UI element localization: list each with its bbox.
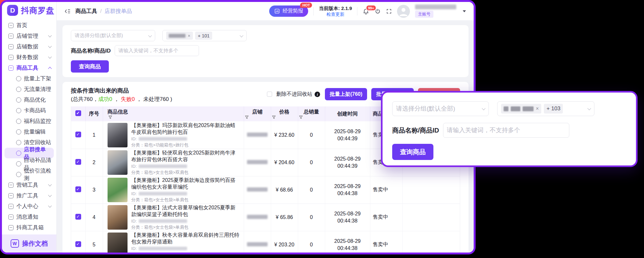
- toolbox-icon: [8, 225, 14, 230]
- popup-keyword-input[interactable]: [443, 123, 569, 138]
- shop-tag-redacted: [169, 34, 185, 38]
- success-count: 成功0: [98, 96, 112, 102]
- breadcrumb-section[interactable]: 商品工具: [75, 7, 97, 15]
- account-block[interactable]: 主账号: [415, 5, 456, 18]
- skip-recycle-checkbox[interactable]: [267, 92, 272, 97]
- collapse-sidebar-icon[interactable]: [64, 8, 71, 15]
- power-icon[interactable]: [374, 8, 381, 15]
- batch-edit-icon: [16, 129, 21, 134]
- sidebar-subitem[interactable]: 低价引流检测: [2, 169, 56, 180]
- desktop-background: 抖商罗盘 首页 店铺管理 店铺数据 财务数据 商品工具 批量上下架 无流量清理 …: [0, 0, 644, 258]
- breadcrumb-page: 店群搜单品: [105, 7, 132, 15]
- col-shop: 店铺: [244, 106, 271, 121]
- shop-multi-select[interactable]: + 101: [162, 30, 247, 41]
- row-index: 4: [85, 203, 103, 231]
- row-checkbox[interactable]: [75, 159, 81, 165]
- created-time: 2025-08-2900:44:38: [325, 203, 370, 231]
- app-logo[interactable]: 抖商罗盘: [2, 2, 56, 19]
- sidebar-item[interactable]: 推广工具: [2, 190, 56, 201]
- shop-name-redacted: [247, 242, 268, 246]
- sidebar-item[interactable]: 财务数据: [2, 52, 56, 63]
- select-all-checkbox[interactable]: [75, 110, 81, 116]
- created-time: 2025-08-2900:44:38: [325, 176, 370, 203]
- keyword-input[interactable]: [115, 45, 199, 56]
- product-title[interactable]: 【奥莱撤柜】玛莎新款双肩包2025年新款油蜡牛皮双肩包简约旅行包百: [131, 122, 241, 135]
- sidebar-item[interactable]: 首页: [2, 20, 56, 31]
- product-title[interactable]: 【奥莱撤柜】轻便双肩包女2025新款时尚牛津布旅行背包休闲百搭大容: [131, 149, 241, 163]
- search-popup: 请选择分组(默认全部) + 103 商品名称/商品ID 查询商品: [381, 91, 638, 167]
- check-update-link[interactable]: 检查更新: [319, 11, 352, 17]
- product-title[interactable]: 【奥莱撤柜】法式大容量草编包女2025夏季新款编织菜篮子通勤托特包: [131, 204, 241, 218]
- filter-panel: 请选择分组(默认全部) + 101 商: [62, 25, 469, 77]
- sidebar-subitem[interactable]: 无流量清理: [2, 84, 56, 94]
- product-id-label: ID:: [131, 136, 137, 141]
- info-icon[interactable]: [315, 92, 320, 97]
- batch-shelf-icon: [16, 76, 21, 81]
- popup-group-select[interactable]: 请选择分组(默认全部): [392, 101, 489, 116]
- sidebar-subitem[interactable]: 批量上下架: [2, 73, 56, 84]
- product-title[interactable]: 【奥莱撤柜】秋冬大容量单肩双肩斜挎三用托特包女雅丹穿搭通勤: [131, 232, 241, 245]
- product-image: [108, 233, 128, 253]
- sidebar-subitem[interactable]: 批量编辑: [2, 126, 56, 137]
- chevron-down-icon: [240, 34, 243, 37]
- breadcrumb: 商品工具 / 店群搜单品: [75, 7, 132, 15]
- shop-name-redacted: [247, 160, 268, 164]
- shop-name-redacted: [247, 187, 268, 192]
- table-row: 5 【奥莱撤柜】秋冬大容量单肩双肩斜挎三用托特包女雅丹穿搭通勤 ID: 分类：箱…: [71, 231, 460, 253]
- sidebar-docs-button[interactable]: 操作文档: [2, 234, 56, 253]
- sidebar-item[interactable]: 店铺管理: [2, 31, 56, 41]
- sidebar: 抖商罗盘 首页 店铺管理 店铺数据 财务数据 商品工具 批量上下架 无流量清理 …: [2, 2, 57, 253]
- group-select[interactable]: 请选择分组(默认全部): [71, 30, 155, 41]
- filter-funnel-icon[interactable]: [245, 115, 249, 119]
- account-dropdown-caret[interactable]: [463, 10, 466, 12]
- filter-funnel-icon[interactable]: [299, 115, 303, 119]
- product-id-label: ID:: [131, 164, 137, 169]
- business-report-button[interactable]: 经营简报 HOT: [269, 5, 308, 17]
- sidebar-subitem[interactable]: 商品优化: [2, 94, 56, 105]
- sidebar-item[interactable]: 个人中心: [2, 201, 56, 212]
- remove-tag-icon[interactable]: [536, 106, 539, 112]
- covered-extra-column: [402, 176, 460, 203]
- fullscreen-icon[interactable]: [386, 8, 392, 14]
- auto-restock-icon: [16, 161, 21, 166]
- sidebar-subitem[interactable]: 福利品监控: [2, 116, 56, 126]
- popup-query-products-button[interactable]: 查询商品: [392, 144, 433, 160]
- filter-funnel-icon[interactable]: [109, 115, 112, 119]
- product-title[interactable]: 【奥莱撤柜】2025夏季新款海边度假简约百搭编织包包女大容量草编托: [131, 177, 241, 190]
- doc-w-icon: [11, 239, 19, 248]
- sidebar-item[interactable]: 消息通知: [2, 212, 56, 222]
- col-created: 创建时间: [325, 106, 370, 121]
- product-price: ¥ 232.60: [271, 121, 298, 149]
- popup-shop-multi-select[interactable]: + 103: [497, 101, 594, 116]
- row-checkbox[interactable]: [75, 241, 81, 247]
- batch-on-shelf-button[interactable]: 批量上架(760): [325, 88, 367, 100]
- table-row: 4 【奥莱撤柜】法式大容量草编包女2025夏季新款编织菜篮子通勤托特包 ID: …: [71, 203, 460, 231]
- row-checkbox[interactable]: [75, 186, 81, 192]
- sidebar-item[interactable]: 抖商工具箱: [2, 222, 56, 233]
- product-category: 分类：箱包>女士包袋>双肩包: [131, 252, 241, 253]
- notification-bell-icon[interactable]: 99+: [363, 8, 369, 15]
- product-id-redacted: [139, 164, 187, 168]
- product-status: 售卖中: [370, 203, 402, 231]
- avatar[interactable]: [397, 5, 410, 18]
- filter-funnel-icon[interactable]: [272, 115, 276, 119]
- sidebar-item[interactable]: 商品工具: [2, 63, 56, 73]
- product-id-redacted: [139, 137, 187, 141]
- popup-more-shops-tag[interactable]: + 103: [544, 104, 563, 114]
- remove-tag-icon[interactable]: [188, 33, 190, 38]
- popup-selected-shop-tag[interactable]: [501, 104, 541, 114]
- results-title-block: 按条件查询出来的商品 (总共760，成功0 ， 失败0 ， 未处理760 ): [71, 87, 172, 103]
- query-products-button[interactable]: 查询商品: [71, 60, 109, 73]
- row-index: 5: [85, 231, 103, 253]
- more-shops-tag[interactable]: + 101: [195, 32, 212, 40]
- product-id-redacted: [139, 247, 187, 250]
- popup-keyword-label: 商品名称/商品ID: [392, 126, 439, 135]
- sidebar-subitem[interactable]: 卡商品码: [2, 105, 56, 116]
- selected-shop-tag[interactable]: [166, 32, 193, 40]
- hot-badge: HOT: [300, 3, 312, 8]
- row-checkbox[interactable]: [75, 132, 81, 137]
- row-index: 3: [85, 176, 103, 203]
- row-checkbox[interactable]: [75, 214, 81, 220]
- sidebar-item[interactable]: 店铺数据: [2, 41, 56, 52]
- home-icon: [8, 23, 14, 28]
